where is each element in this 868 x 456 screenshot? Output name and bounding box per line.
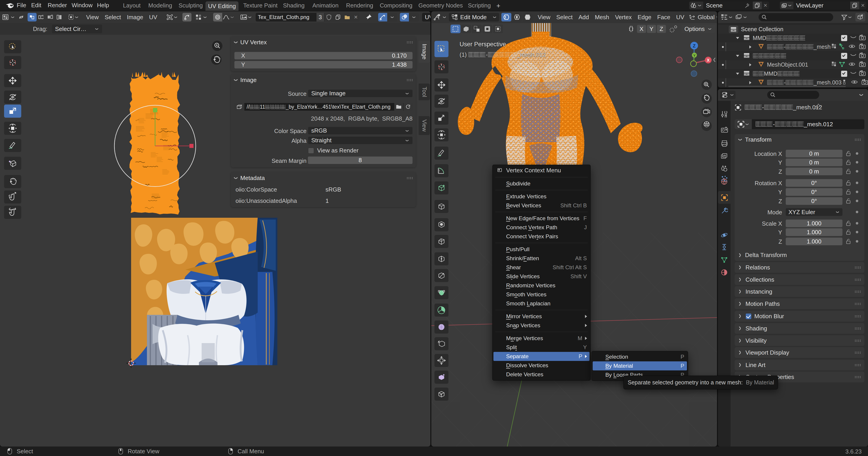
svg-text:Y: Y	[693, 54, 695, 57]
svg-text:X: X	[707, 58, 710, 63]
svg-text:Z: Z	[693, 43, 695, 48]
